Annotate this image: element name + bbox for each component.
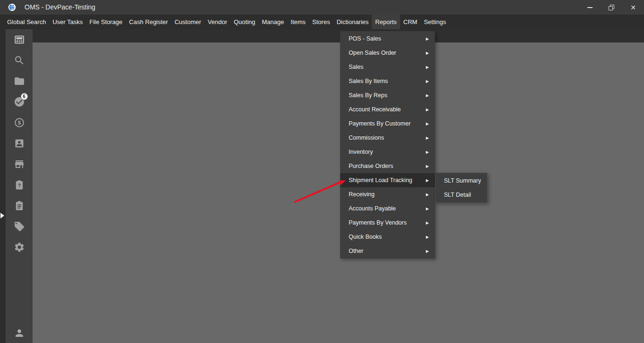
svg-text:?: ? [17,183,20,188]
sidebar: 6 $ ? [6,29,33,343]
close-button[interactable]: ✕ [622,0,644,15]
menu-manage[interactable]: Manage [259,15,287,29]
app-logo-icon [8,3,16,11]
grid-icon[interactable] [14,34,25,45]
menu-customer[interactable]: Customer [171,15,204,29]
menuitem-inventory[interactable]: Inventory ▶ [340,145,435,159]
restore-button[interactable] [601,0,622,15]
window-title: OMS - DevPace-Testing [25,0,95,15]
folder-icon[interactable] [14,75,25,87]
submenu-arrow-icon: ▶ [426,122,429,126]
menuitem-receiving[interactable]: Receiving ▶ [340,187,435,201]
menuitem-slt-summary[interactable]: SLT Summary [435,174,487,188]
submenu-arrow-icon: ▶ [426,221,429,225]
window-controls: ✕ [579,0,644,15]
menuitem-pos-sales[interactable]: POS - Sales ▶ [340,32,435,46]
menuitem-accounts-payable[interactable]: Accounts Payable ▶ [340,201,435,216]
menuitem-account-receivable[interactable]: Account Receivable ▶ [340,102,435,117]
storefront-icon[interactable] [14,159,25,170]
menuitem-purchase-orders[interactable]: Purchase Orders ▶ [340,159,435,173]
submenu-arrow-icon: ▶ [426,150,429,154]
menuitem-slt-detail[interactable]: SLT Detail [435,188,487,202]
menu-quoting[interactable]: Quoting [230,15,259,29]
submenu-arrow-icon: ▶ [426,207,429,211]
close-icon: ✕ [630,4,636,11]
menu-reports[interactable]: Reports [372,15,400,29]
menuitem-other[interactable]: Other ▶ [340,244,435,258]
menuitem-sales[interactable]: Sales ▶ [340,60,435,74]
tasks-badge: 6 [21,93,28,100]
minimize-button[interactable] [579,0,601,15]
submenu-arrow-icon: ▶ [426,136,429,140]
submenu-arrow-icon: ▶ [426,65,429,69]
submenu-arrow-icon: ▶ [426,93,429,98]
menuitem-payments-by-customer[interactable]: Payments By Customer ▶ [340,117,435,131]
menu-items[interactable]: Items [287,15,309,29]
submenu-arrow-icon: ▶ [426,37,429,41]
menu-dictionaries[interactable]: Dictionaries [333,15,372,29]
dollar-circle-icon[interactable]: $ [14,117,25,128]
submenu-arrow-icon: ▶ [426,79,429,84]
menuitem-quick-books[interactable]: Quick Books ▶ [340,230,435,244]
menu-global-search[interactable]: Global Search [4,15,49,29]
submenu-arrow-icon: ▶ [426,249,429,253]
submenu-arrow-icon: ▶ [426,178,429,183]
gear-icon[interactable] [14,242,25,253]
menu-user-tasks[interactable]: User Tasks [49,15,86,29]
menu-stores[interactable]: Stores [309,15,334,29]
slt-submenu: SLT Summary SLT Detail [435,173,487,203]
collapse-rail [0,29,6,343]
menuitem-sales-by-items[interactable]: Sales By Items ▶ [340,74,435,88]
submenu-arrow-icon: ▶ [426,164,429,168]
tag-icon[interactable] [14,221,25,232]
person-icon[interactable] [14,327,25,339]
menu-cash-register[interactable]: Cash Register [126,15,171,29]
submenu-arrow-icon: ▶ [426,192,429,197]
menubar: Global Search User Tasks File Storage Ca… [0,15,644,29]
main-content-area [33,42,644,343]
clipboard-list-icon[interactable] [14,200,25,211]
expand-panel-icon[interactable] [0,213,4,218]
menuitem-shipment-load-tracking[interactable]: Shipment Load Tracking ▶ [340,173,435,187]
submenu-arrow-icon: ▶ [426,51,429,55]
menu-file-storage[interactable]: File Storage [86,15,125,29]
menuitem-open-sales-order[interactable]: Open Sales Order ▶ [340,46,435,60]
menuitem-sales-by-reps[interactable]: Sales By Reps ▶ [340,88,435,102]
toolbar-strip [33,29,644,42]
tasks-check-icon[interactable]: 6 [14,96,25,108]
titlebar: OMS - DevPace-Testing ✕ [0,0,644,15]
svg-text:$: $ [17,120,21,125]
menu-crm[interactable]: CRM [400,15,421,29]
menu-vendor[interactable]: Vendor [204,15,230,29]
search-icon[interactable] [14,55,25,66]
reports-dropdown-menu: POS - Sales ▶ Open Sales Order ▶ Sales ▶… [340,31,435,259]
clipboard-question-icon[interactable]: ? [14,179,25,191]
submenu-arrow-icon: ▶ [426,235,429,239]
minimize-icon [587,7,593,8]
contact-card-icon[interactable] [14,138,25,149]
restore-icon [609,5,614,10]
menu-settings[interactable]: Settings [420,15,449,29]
menuitem-commissions[interactable]: Commissions ▶ [340,131,435,145]
menuitem-payments-by-vendors[interactable]: Payments By Vendors ▶ [340,216,435,230]
submenu-arrow-icon: ▶ [426,108,429,112]
